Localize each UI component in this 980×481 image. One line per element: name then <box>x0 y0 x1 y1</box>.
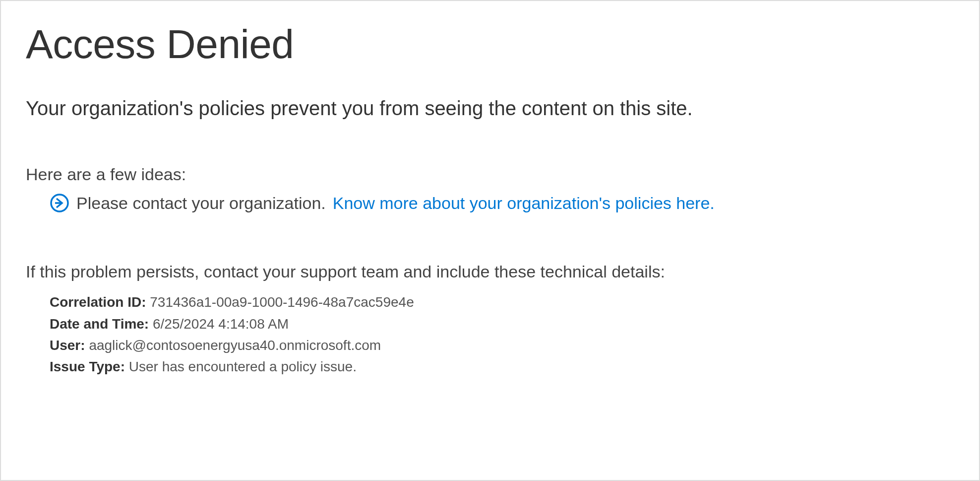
issue-type-label: Issue Type: <box>50 359 129 374</box>
support-heading: If this problem persists, contact your s… <box>26 261 954 282</box>
user-label: User: <box>50 338 89 353</box>
idea-item: Please contact your organization. Know m… <box>50 193 954 213</box>
correlation-id-row: Correlation ID: 731436a1-00a9-1000-1496-… <box>50 291 954 313</box>
technical-details: Correlation ID: 731436a1-00a9-1000-1496-… <box>50 291 954 378</box>
policies-link[interactable]: Know more about your organization's poli… <box>333 194 715 213</box>
date-time-row: Date and Time: 6/25/2024 4:14:08 AM <box>50 313 954 335</box>
user-value: aaglick@contosoenergyusa40.onmicrosoft.c… <box>89 338 381 353</box>
correlation-id-label: Correlation ID: <box>50 294 150 310</box>
idea-text: Please contact your organization. <box>76 194 326 213</box>
correlation-id-value: 731436a1-00a9-1000-1496-48a7cac59e4e <box>150 294 414 310</box>
date-time-value: 6/25/2024 4:14:08 AM <box>153 316 289 332</box>
ideas-heading: Here are a few ideas: <box>26 165 954 184</box>
page-title: Access Denied <box>26 21 954 68</box>
issue-type-value: User has encountered a policy issue. <box>129 359 357 374</box>
arrow-right-circle-icon <box>50 193 69 213</box>
date-time-label: Date and Time: <box>50 316 153 332</box>
user-row: User: aaglick@contosoenergyusa40.onmicro… <box>50 335 954 356</box>
access-denied-panel: Access Denied Your organization's polici… <box>0 0 980 481</box>
issue-type-row: Issue Type: User has encountered a polic… <box>50 356 954 377</box>
main-message: Your organization's policies prevent you… <box>26 95 954 121</box>
